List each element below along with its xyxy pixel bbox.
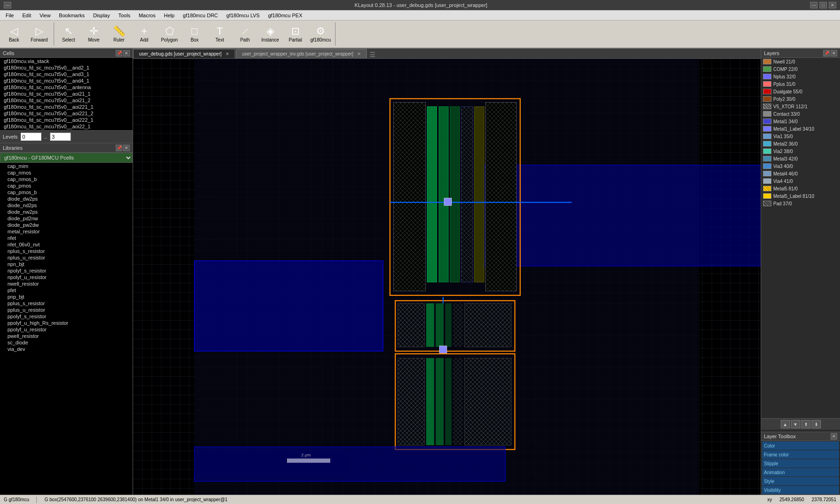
cells-list[interactable]: gf180mcu.via_stackgf180mcu_fd_sc_mcu7t5v… [0, 58, 133, 130]
library-item[interactable]: nwell_resistor [0, 280, 133, 287]
library-item[interactable]: cap_nmos [0, 169, 133, 176]
menu-item-gf180mcu-lvs[interactable]: gf180mcu LVS [223, 10, 263, 20]
menu-item-bookmarks[interactable]: Bookmarks [55, 10, 88, 20]
library-item[interactable]: diode_nd2ps [0, 202, 133, 209]
library-item[interactable]: diode_pw2dw [0, 222, 133, 228]
library-item[interactable]: ppolyf_u_resistor [0, 326, 133, 333]
menu-item-macros[interactable]: Macros [135, 10, 159, 20]
tab-panel-toggle[interactable]: ☰ [368, 51, 377, 58]
layer-tool-item-animation[interactable]: Animation [762, 468, 839, 476]
library-item[interactable]: ppolyf_s_resistor [0, 313, 133, 320]
toolbar-btn-move[interactable]: ✛Move [82, 21, 106, 47]
library-item[interactable]: cap_pmos [0, 182, 133, 189]
toolbar-btn-box[interactable]: □Box [182, 21, 207, 47]
library-item[interactable]: pplus_s_resistor [0, 300, 133, 307]
layer-item[interactable]: Pplus 31/0 [761, 80, 840, 88]
library-item[interactable]: npolyf_u_resistor [0, 274, 133, 280]
layer-item[interactable]: Contact 33/0 [761, 110, 840, 118]
layer-down-button[interactable]: ▼ [791, 420, 800, 428]
toolbar-btn-forward[interactable]: ▷Forward [27, 21, 51, 47]
layer-item[interactable]: Via4 41/0 [761, 177, 840, 185]
menu-item-edit[interactable]: Edit [19, 10, 35, 20]
layer-item[interactable]: Metal5_Label 81/10 [761, 192, 840, 200]
cell-item[interactable]: gf180mcu_fd_sc_mcu7t5v0__antenna [0, 84, 133, 91]
toolbar-btn-polygon[interactable]: ⬠Polygon [157, 21, 182, 47]
toolbar-btn-path[interactable]: ⟋Path [233, 21, 257, 47]
layers-close-button[interactable]: ✕ [831, 50, 837, 56]
layers-pin-button[interactable]: 📌 [823, 50, 830, 56]
layer-item[interactable]: Metal5 81/0 [761, 185, 840, 192]
library-item[interactable]: ppolyf_u_high_Rs_resistor [0, 320, 133, 326]
libraries-close-button[interactable]: ✕ [123, 145, 130, 151]
layer-item[interactable]: V5_XTOR 112/1 [761, 103, 840, 110]
layer-item[interactable]: Dualgate 55/0 [761, 88, 840, 95]
library-item[interactable]: pnp_bjt [0, 294, 133, 300]
layer-up-button[interactable]: ▲ [781, 420, 790, 428]
cell-item[interactable]: gf180mcu_fd_sc_mcu7t5v0__aoi221_2 [0, 110, 133, 117]
cell-item[interactable]: gf180mcu.via_stack [0, 58, 133, 64]
library-item[interactable]: nplus_s_resistor [0, 248, 133, 254]
toolbar-btn-gf180mcu[interactable]: ⚙gf180mcu [308, 21, 333, 47]
cell-item[interactable]: gf180mcu_fd_sc_mcu7t5v0__and3_1 [0, 71, 133, 77]
cell-item[interactable]: gf180mcu_fd_sc_mcu7t5v0__aoi22_1 [0, 123, 133, 130]
tab-user-debug[interactable]: user_debug.gds [user_project_wrapper] ✕ [133, 49, 235, 58]
library-item[interactable]: metal_resistor [0, 228, 133, 235]
library-item[interactable]: cap_pmos_b [0, 189, 133, 196]
library-item[interactable]: npn_bjt [0, 261, 133, 267]
library-item[interactable]: nfet [0, 235, 133, 241]
libraries-pin-button[interactable]: 📌 [116, 145, 122, 151]
minimize-button2[interactable]: — [810, 2, 818, 8]
menu-item-tools[interactable]: Tools [114, 10, 134, 20]
layer-item[interactable]: Via1 35/0 [761, 133, 840, 140]
menu-item-gf180mcu-drc[interactable]: gf180mcu DRC [179, 10, 222, 20]
library-item[interactable]: cap_nmos_b [0, 176, 133, 182]
menu-item-file[interactable]: File [2, 10, 18, 20]
library-item[interactable]: npolyf_s_resistor [0, 267, 133, 274]
layer-item[interactable]: Pad 37/0 [761, 200, 840, 207]
toolbar-btn-partial[interactable]: ⊡Partial [283, 21, 308, 47]
layer-item[interactable]: Nplus 32/0 [761, 73, 840, 80]
cells-close-button[interactable]: ✕ [123, 50, 130, 56]
menu-item-view[interactable]: View [36, 10, 55, 20]
levels-to-input[interactable] [50, 133, 71, 141]
layer-item[interactable]: Nwell 21/0 [761, 58, 840, 65]
minimize-button[interactable]: — [4, 2, 11, 8]
library-item[interactable]: diode_dw2ps [0, 196, 133, 202]
layer-top-button[interactable]: ⬆ [801, 420, 811, 428]
libraries-list[interactable]: cap_mimcap_nmoscap_nmos_bcap_pmoscap_pmo… [0, 163, 133, 495]
layer-item[interactable]: Via2 38/0 [761, 147, 840, 155]
layer-item[interactable]: Metal1_Label 34/10 [761, 125, 840, 133]
layer-tool-item-stipple[interactable]: Stipple [762, 459, 839, 468]
cell-item[interactable]: gf180mcu_fd_sc_mcu7t5v0__aoi21_2 [0, 97, 133, 104]
library-item[interactable]: sc_diode [0, 339, 133, 346]
layer-item[interactable]: Metal1 34/0 [761, 118, 840, 125]
layer-bottom-button[interactable]: ⬇ [812, 420, 821, 428]
toolbar-btn-add[interactable]: +Add [132, 21, 156, 47]
layer-item[interactable]: Via3 40/0 [761, 162, 840, 170]
layer-item[interactable]: Metal4 46/0 [761, 170, 840, 177]
maximize-button[interactable]: □ [819, 2, 827, 8]
library-item[interactable]: pfet [0, 287, 133, 294]
toolbar-btn-back[interactable]: ◁Back [2, 21, 26, 47]
library-item[interactable]: cap_mim [0, 163, 133, 169]
library-item[interactable]: diode_nw2ps [0, 209, 133, 215]
cell-item[interactable]: gf180mcu_fd_sc_mcu7t5v0__and4_1 [0, 77, 133, 84]
library-item[interactable]: pwell_resistor [0, 333, 133, 339]
toolbar-btn-ruler[interactable]: 📏Ruler [107, 21, 131, 47]
tab-close-1[interactable]: ✕ [225, 51, 229, 56]
layer-item[interactable]: Metal3 42/0 [761, 155, 840, 162]
tab-close-2[interactable]: ✕ [357, 51, 361, 56]
menu-item-gf180mcu-pex[interactable]: gf180mcu PEX [264, 10, 306, 20]
layer-item[interactable]: Poly2 30/0 [761, 95, 840, 103]
cell-item[interactable]: gf180mcu_fd_sc_mcu7t5v0__aoi222_1 [0, 117, 133, 123]
toolbar-btn-text[interactable]: TText [208, 21, 232, 47]
library-selector[interactable]: gf180mcu - GF180MCU Pcells [0, 153, 133, 163]
cell-item[interactable]: gf180mcu_fd_sc_mcu7t5v0__aoi21_1 [0, 91, 133, 97]
layer-tool-item-color[interactable]: Color [762, 441, 839, 450]
canvas-area[interactable]: 2 μm [133, 59, 761, 495]
tab-user-project-wrapper-inv[interactable]: user_project_wrapper_inv.gds [user_proje… [236, 49, 367, 58]
cells-pin-button[interactable]: 📌 [116, 50, 122, 56]
layer-tool-item-style[interactable]: Style [762, 477, 839, 485]
library-item[interactable]: nplus_u_resistor [0, 254, 133, 261]
layer-item[interactable]: COMP 22/0 [761, 65, 840, 73]
